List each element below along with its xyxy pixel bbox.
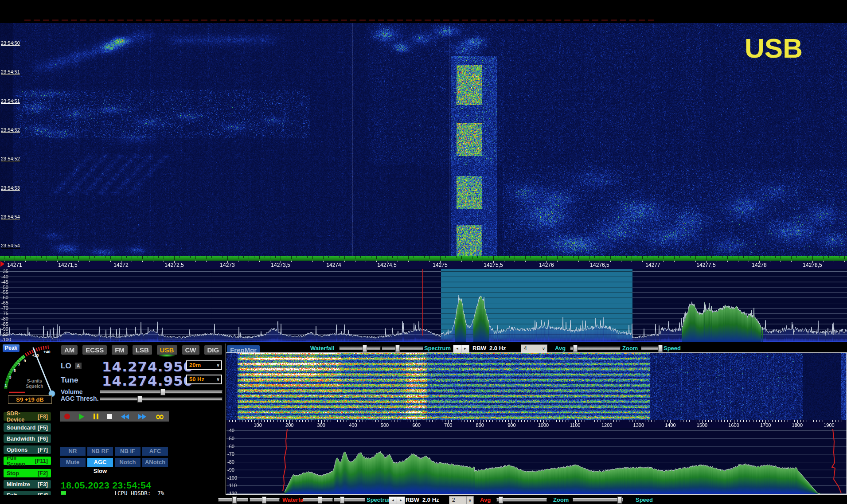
mode-button-ecss[interactable]: ECSS bbox=[82, 345, 107, 355]
rf-frequency-labels: 1427114271,51427214272,51427314273,51427… bbox=[0, 261, 847, 269]
stop-button[interactable] bbox=[107, 414, 112, 419]
side-button-shortcut: [F3] bbox=[38, 481, 48, 488]
forward-button[interactable] bbox=[138, 414, 146, 419]
waterfall-brightness-slider[interactable] bbox=[339, 347, 381, 350]
audio-spectrum[interactable]: -40-50-60-70-80-90-100-110-120 bbox=[226, 428, 847, 494]
slider-knob[interactable] bbox=[160, 389, 165, 395]
rf-db-label: -95 bbox=[1, 332, 8, 337]
side-button-label: Stop bbox=[7, 470, 19, 477]
avg-slider[interactable] bbox=[570, 347, 621, 350]
band-select[interactable]: 20m∨ bbox=[186, 360, 222, 370]
rf-frequency-label: 14276,5 bbox=[590, 262, 609, 268]
rewind-button[interactable] bbox=[121, 414, 129, 419]
rf-spectrum-canvas[interactable] bbox=[0, 269, 847, 342]
options-button[interactable]: Options[F7] bbox=[4, 445, 51, 454]
arrow-left-button[interactable]: ◂ bbox=[453, 345, 461, 353]
slider-knob[interactable] bbox=[395, 345, 400, 352]
lo-label: LO bbox=[61, 362, 71, 371]
rf-waterfall-canvas[interactable] bbox=[0, 23, 847, 256]
agc-threshold-slider[interactable] bbox=[100, 398, 222, 401]
full-screen-button[interactable]: Full Screen[F11] bbox=[4, 457, 51, 465]
spectrum-label: Spectrum bbox=[424, 345, 451, 352]
slider-knob[interactable] bbox=[262, 496, 266, 504]
waterfall-timestamp: 23:54:50 bbox=[1, 40, 20, 46]
nb-if-button[interactable]: NB IF bbox=[115, 447, 141, 456]
peak-button[interactable]: Peak bbox=[3, 344, 20, 352]
rbw-select[interactable]: 2∨ bbox=[449, 496, 474, 504]
afc-button[interactable]: AFC bbox=[142, 447, 168, 456]
hdsdr-main-window: { "rf": { "mode_overlay": "USB", "timest… bbox=[0, 0, 847, 504]
stop-button[interactable]: Stop[F2] bbox=[4, 469, 51, 477]
slider-knob[interactable] bbox=[340, 496, 344, 504]
slider-knob[interactable] bbox=[137, 396, 142, 402]
tune-frequency-display[interactable]: 14.274.950 bbox=[102, 373, 185, 389]
mode-button-usb[interactable]: USB bbox=[157, 345, 177, 355]
volume-slider[interactable] bbox=[100, 391, 222, 394]
slider-knob[interactable] bbox=[232, 496, 237, 504]
rbw-select[interactable]: 4∨ bbox=[521, 344, 547, 353]
minimize-button[interactable]: Minimize[F3] bbox=[4, 480, 51, 488]
slider-knob[interactable] bbox=[617, 496, 622, 504]
audio-db-label: -110 bbox=[227, 483, 237, 488]
waterfall-timestamp: 23:54:51 bbox=[1, 69, 20, 74]
dsp-button-grid: NRNB RFNB IFAFCMuteAGC SlowNotchANotch bbox=[60, 447, 168, 467]
audio-db-label: -60 bbox=[227, 444, 234, 449]
anotch-button[interactable]: ANotch bbox=[142, 458, 168, 467]
audio-slider-1[interactable] bbox=[218, 498, 248, 502]
zoom-slider[interactable] bbox=[641, 347, 663, 350]
pause-button[interactable] bbox=[94, 414, 98, 419]
avg-slider[interactable] bbox=[496, 498, 547, 502]
rf-spectrum[interactable]: -35-40-45-50-55-60-65-70-75-80-85-90-95-… bbox=[0, 269, 847, 342]
divider bbox=[226, 494, 847, 495]
arrow-right-button[interactable]: ▸ bbox=[397, 496, 405, 504]
slider-knob[interactable] bbox=[499, 496, 503, 504]
lo-frequency-display[interactable]: 14.274.950 bbox=[102, 359, 185, 375]
rf-frequency-label: 14276 bbox=[539, 262, 554, 268]
mode-button-lsb[interactable]: LSB bbox=[133, 345, 152, 355]
audio-slider-2[interactable] bbox=[250, 498, 280, 502]
audio-waterfall[interactable] bbox=[226, 353, 847, 420]
zoom-slider[interactable] bbox=[573, 498, 623, 502]
audio-spectrum-canvas[interactable] bbox=[226, 428, 847, 494]
waterfall-contrast-slider[interactable] bbox=[382, 347, 423, 350]
audio-slider-4[interactable] bbox=[334, 498, 365, 502]
audio-frequency-scale[interactable]: 1002003004005006007008009001000110012001… bbox=[226, 420, 847, 428]
slider-knob[interactable] bbox=[573, 345, 578, 352]
side-button-shortcut: [F11] bbox=[35, 458, 48, 464]
audio-frequency-label: 1000 bbox=[538, 422, 549, 428]
svg-text:5: 5 bbox=[13, 368, 16, 373]
notch-button[interactable]: Notch bbox=[115, 458, 141, 467]
slider-knob[interactable] bbox=[318, 496, 322, 504]
agc-slow-button[interactable]: AGC Slow bbox=[87, 458, 113, 467]
slider-knob[interactable] bbox=[363, 345, 367, 352]
nb-rf-button[interactable]: NB RF bbox=[87, 447, 113, 456]
mode-button-dig[interactable]: DIG bbox=[204, 345, 222, 355]
mode-button-fm[interactable]: FM bbox=[112, 345, 128, 355]
audio-slider-3[interactable] bbox=[303, 498, 333, 502]
audio-waterfall-canvas[interactable] bbox=[226, 353, 847, 420]
rbw-label: RBW bbox=[406, 496, 419, 503]
play-button[interactable] bbox=[79, 414, 84, 420]
rf-frequency-scale[interactable]: 1427114271,51427214272,51427314273,51427… bbox=[0, 256, 847, 269]
rf-db-label: -40 bbox=[1, 274, 8, 279]
volume-label: Volume bbox=[61, 388, 83, 395]
mode-button-cw[interactable]: CW bbox=[182, 345, 199, 355]
mode-button-am[interactable]: AM bbox=[61, 345, 78, 355]
sdr-device-button[interactable]: SDR-Device[F8] bbox=[4, 412, 51, 421]
zoom-label: Zoom bbox=[622, 345, 638, 352]
waterfall-timestamp: 23:54:53 bbox=[1, 185, 20, 191]
arrow-left-button[interactable]: ◂ bbox=[389, 496, 397, 504]
slider-knob[interactable] bbox=[658, 345, 663, 352]
lo-a-badge[interactable]: A bbox=[75, 363, 82, 369]
bandwidth-button[interactable]: Bandwidth[F6] bbox=[4, 434, 51, 443]
mute-button[interactable]: Mute bbox=[60, 458, 86, 467]
soundcard-button[interactable]: Soundcard[F5] bbox=[4, 423, 51, 432]
waterfall-timestamp: 23:54:52 bbox=[1, 127, 20, 133]
step-select[interactable]: 50 Hz∨ bbox=[186, 375, 222, 384]
panel-divider bbox=[226, 344, 226, 504]
arrow-right-button[interactable]: ▸ bbox=[461, 345, 469, 353]
rf-waterfall[interactable]: 23:54:5023:54:5123:54:5123:54:5223:54:52… bbox=[0, 23, 847, 256]
loop-button[interactable]: ∞ bbox=[155, 414, 164, 419]
nr-button[interactable]: NR bbox=[60, 447, 86, 456]
record-button[interactable] bbox=[64, 414, 70, 419]
